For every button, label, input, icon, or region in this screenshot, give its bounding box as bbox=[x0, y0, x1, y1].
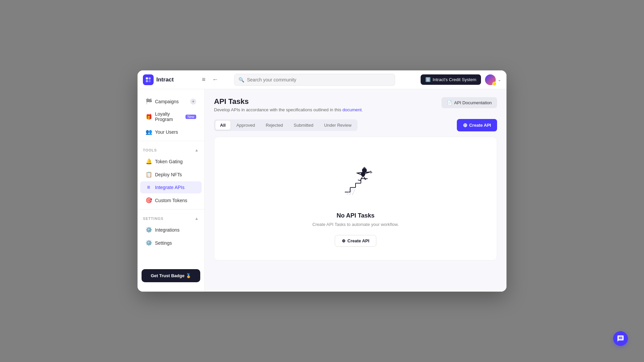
loyalty-label: Loyalty Program bbox=[155, 111, 182, 122]
tab-all[interactable]: All bbox=[215, 121, 230, 130]
sidebar-item-deploy-nfts[interactable]: 📋 Deploy NFTs bbox=[140, 168, 202, 181]
users-icon: 👥 bbox=[146, 129, 152, 135]
settings-label: Settings bbox=[155, 240, 172, 246]
integrate-apis-label: Integrate APIs bbox=[155, 185, 184, 190]
sidebar-item-custom-tokens[interactable]: 🎯 Custom Tokens bbox=[140, 194, 202, 206]
menu-icon[interactable]: ≡ bbox=[201, 75, 207, 84]
sidebar-item-loyalty-program[interactable]: 🎁 Loyalty Program New bbox=[140, 108, 202, 125]
campaigns-add-button[interactable]: + bbox=[190, 99, 196, 105]
api-documentation-button[interactable]: 📄 API Documentation bbox=[441, 97, 497, 108]
sidebar: 🏁 Campaigns + 🎁 Loyalty Program New 👥 Yo… bbox=[138, 89, 205, 292]
deploy-nfts-label: Deploy NFTs bbox=[155, 172, 182, 177]
settings-icon: ⚙️ bbox=[146, 240, 152, 246]
new-badge: New bbox=[185, 115, 196, 119]
app-logo[interactable]: Intract bbox=[143, 74, 197, 85]
trust-badge-button[interactable]: Get Trust Badge 🏅 bbox=[142, 269, 200, 282]
settings-toggle[interactable]: ▲ bbox=[195, 216, 199, 221]
empty-subtitle: Create API Tasks to automate your workfl… bbox=[312, 222, 399, 227]
search-input[interactable] bbox=[247, 77, 391, 82]
custom-tokens-label: Custom Tokens bbox=[155, 198, 187, 203]
loyalty-icon: 🎁 bbox=[146, 114, 152, 120]
doc-icon: 📄 bbox=[447, 100, 452, 105]
info-icon: ℹ️ bbox=[425, 77, 431, 82]
sidebar-item-settings[interactable]: ⚙️ Settings bbox=[140, 237, 202, 249]
app-name: Intract bbox=[156, 76, 174, 83]
sidebar-item-integrate-apis[interactable]: ≡ Integrate APIs bbox=[140, 181, 202, 193]
api-doc-label: API Documentation bbox=[454, 100, 492, 105]
page-subtitle: Develop APIs in accordance with the spec… bbox=[214, 107, 363, 112]
settings-section-label: SETTINGS bbox=[143, 217, 163, 221]
trust-badge-label: Get Trust Badge 🏅 bbox=[151, 273, 191, 278]
tab-under-review[interactable]: Under Review bbox=[319, 121, 356, 130]
plus-icon: ⊕ bbox=[463, 122, 467, 128]
avatar[interactable]: 🌟 bbox=[485, 74, 496, 85]
svg-rect-3 bbox=[149, 80, 151, 82]
create-api-button-top[interactable]: ⊕ Create API bbox=[457, 119, 497, 131]
custom-tokens-icon: 🎯 bbox=[146, 197, 152, 203]
sidebar-nav: 🏁 Campaigns + 🎁 Loyalty Program New 👥 Yo… bbox=[138, 95, 204, 265]
header-right: ℹ️ Intract's Credit System 🌟 ⌄ bbox=[421, 74, 501, 85]
main-layout: 🏁 Campaigns + 🎁 Loyalty Program New 👥 Yo… bbox=[138, 89, 506, 292]
credit-system-label: Intract's Credit System bbox=[433, 77, 476, 82]
svg-line-20 bbox=[370, 173, 372, 173]
sidebar-divider bbox=[138, 141, 204, 141]
svg-line-13 bbox=[352, 189, 355, 195]
logo-icon bbox=[143, 74, 154, 85]
chevron-down-icon[interactable]: ⌄ bbox=[498, 77, 501, 82]
avatar-badge: 🌟 bbox=[492, 82, 496, 86]
search-bar[interactable]: 🔍 bbox=[234, 74, 395, 86]
svg-rect-0 bbox=[146, 77, 148, 79]
tab-rejected[interactable]: Rejected bbox=[261, 121, 287, 130]
svg-rect-1 bbox=[149, 77, 151, 79]
page-subtitle-text: Develop APIs in accordance with the spec… bbox=[214, 107, 341, 112]
settings-section-header: SETTINGS ▲ bbox=[138, 212, 204, 223]
svg-rect-2 bbox=[146, 80, 148, 82]
create-api-center-label: Create API bbox=[347, 238, 369, 243]
token-gating-icon: 🔔 bbox=[146, 158, 152, 165]
empty-state-card: No API Tasks Create API Tasks to automat… bbox=[214, 137, 497, 260]
tabs-group: All Approved Rejected Submitted Under Re… bbox=[214, 119, 358, 131]
sidebar-item-your-users[interactable]: 👥 Your Users bbox=[140, 126, 202, 138]
empty-title: No API Tasks bbox=[336, 212, 374, 219]
tools-section-label: TOOLS bbox=[143, 148, 157, 152]
sidebar-item-integrations[interactable]: ⚙️ Integrations bbox=[140, 224, 202, 236]
chat-bubble-button[interactable] bbox=[613, 331, 628, 346]
create-api-button-center[interactable]: ⊕ Create API bbox=[335, 235, 376, 247]
plus-circle-icon: ⊕ bbox=[342, 238, 345, 243]
back-icon[interactable]: ← bbox=[211, 75, 220, 84]
token-gating-label: Token Gating bbox=[155, 159, 183, 164]
sidebar-item-campaigns[interactable]: 🏁 Campaigns + bbox=[140, 95, 202, 108]
svg-line-23 bbox=[358, 180, 360, 181]
sidebar-divider-2 bbox=[138, 209, 204, 209]
sidebar-item-token-gating[interactable]: 🔔 Token Gating bbox=[140, 155, 202, 168]
tabs-row: All Approved Rejected Submitted Under Re… bbox=[214, 119, 497, 131]
integrations-icon: ⚙️ bbox=[146, 227, 152, 233]
header: Intract ≡ ← 🔍 ℹ️ Intract's Credit System… bbox=[138, 70, 506, 89]
users-label: Your Users bbox=[155, 129, 178, 135]
tab-submitted[interactable]: Submitted bbox=[289, 121, 318, 130]
tools-toggle[interactable]: ▲ bbox=[195, 148, 199, 153]
svg-line-16 bbox=[358, 173, 361, 175]
deploy-nfts-icon: 📋 bbox=[146, 171, 152, 178]
campaigns-icon: 🏁 bbox=[146, 98, 152, 105]
integrations-label: Integrations bbox=[155, 227, 179, 233]
content-area: API Tasks Develop APIs in accordance wit… bbox=[205, 89, 506, 292]
create-api-label: Create API bbox=[469, 123, 491, 128]
empty-illustration bbox=[329, 150, 382, 204]
tab-approved[interactable]: Approved bbox=[232, 121, 260, 130]
document-link[interactable]: document bbox=[342, 107, 362, 112]
content-header: API Tasks Develop APIs in accordance wit… bbox=[214, 97, 497, 112]
campaigns-label: Campaigns bbox=[155, 99, 179, 104]
integrate-apis-icon: ≡ bbox=[146, 184, 152, 190]
search-icon: 🔍 bbox=[238, 77, 244, 82]
page-title: API Tasks bbox=[214, 97, 363, 106]
credit-system-button[interactable]: ℹ️ Intract's Credit System bbox=[421, 74, 481, 85]
sidebar-footer: Get Trust Badge 🏅 bbox=[138, 265, 204, 286]
page-title-area: API Tasks Develop APIs in accordance wit… bbox=[214, 97, 363, 112]
tools-section-header: TOOLS ▲ bbox=[138, 144, 204, 155]
